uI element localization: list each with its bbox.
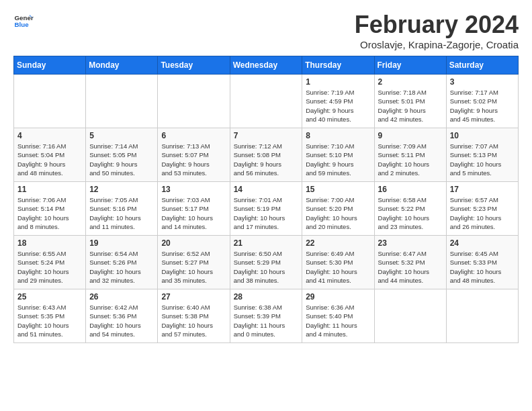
day-info: Sunrise: 7:12 AM Sunset: 5:08 PM Dayligh… [234,142,299,177]
day-number: 17 [450,185,515,194]
calendar-cell: 8Sunrise: 7:10 AM Sunset: 5:10 PM Daylig… [302,128,374,182]
day-info: Sunrise: 7:06 AM Sunset: 5:14 PM Dayligh… [17,195,82,231]
column-header-tuesday: Tuesday [158,56,230,75]
day-info: Sunrise: 7:09 AM Sunset: 5:11 PM Dayligh… [378,142,443,177]
calendar-cell: 5Sunrise: 7:14 AM Sunset: 5:05 PM Daylig… [86,128,158,182]
day-info: Sunrise: 7:19 AM Sunset: 4:59 PM Dayligh… [306,88,370,124]
column-header-wednesday: Wednesday [230,56,302,75]
calendar-cell: 10Sunrise: 7:07 AM Sunset: 5:13 PM Dayli… [446,128,518,182]
day-number: 7 [234,131,299,140]
calendar-cell: 23Sunrise: 6:47 AM Sunset: 5:32 PM Dayli… [374,236,446,289]
day-info: Sunrise: 6:50 AM Sunset: 5:29 PM Dayligh… [234,249,299,285]
title-section: February 2024 Oroslavje, Krapina-Zagorje… [355,11,519,50]
column-header-friday: Friday [374,56,446,75]
day-info: Sunrise: 7:10 AM Sunset: 5:10 PM Dayligh… [306,142,370,177]
day-number: 25 [17,292,82,302]
calendar-cell: 18Sunrise: 6:55 AM Sunset: 5:24 PM Dayli… [14,236,86,289]
day-number: 26 [89,292,154,302]
day-info: Sunrise: 6:43 AM Sunset: 5:35 PM Dayligh… [17,303,82,338]
day-number: 24 [450,238,515,248]
day-info: Sunrise: 7:01 AM Sunset: 5:19 PM Dayligh… [234,195,299,231]
calendar-cell: 14Sunrise: 7:01 AM Sunset: 5:19 PM Dayli… [230,182,302,236]
day-number: 8 [306,131,370,140]
calendar-cell [374,289,446,343]
calendar-cell: 20Sunrise: 6:52 AM Sunset: 5:27 PM Dayli… [158,236,230,289]
day-number: 13 [161,185,226,194]
calendar-cell: 26Sunrise: 6:42 AM Sunset: 5:36 PM Dayli… [86,289,158,343]
day-number: 11 [17,185,82,194]
calendar-cell: 16Sunrise: 6:58 AM Sunset: 5:22 PM Dayli… [374,182,446,236]
day-number: 2 [378,77,443,87]
calendar-cell: 19Sunrise: 6:54 AM Sunset: 5:26 PM Dayli… [86,236,158,289]
day-number: 6 [161,131,226,140]
calendar-cell [86,75,158,128]
calendar-cell: 29Sunrise: 6:36 AM Sunset: 5:40 PM Dayli… [302,289,374,343]
calendar-cell: 6Sunrise: 7:13 AM Sunset: 5:07 PM Daylig… [158,128,230,182]
day-number: 3 [450,77,515,87]
day-number: 23 [378,238,443,248]
calendar-week-3: 11Sunrise: 7:06 AM Sunset: 5:14 PM Dayli… [14,182,519,236]
calendar-cell: 22Sunrise: 6:49 AM Sunset: 5:30 PM Dayli… [302,236,374,289]
day-number: 1 [306,77,370,87]
calendar-cell: 1Sunrise: 7:19 AM Sunset: 4:59 PM Daylig… [302,75,374,128]
calendar-week-4: 18Sunrise: 6:55 AM Sunset: 5:24 PM Dayli… [14,236,519,289]
day-number: 14 [234,185,299,194]
day-number: 12 [89,185,154,194]
calendar-cell: 24Sunrise: 6:45 AM Sunset: 5:33 PM Dayli… [446,236,518,289]
day-info: Sunrise: 7:03 AM Sunset: 5:17 PM Dayligh… [161,195,226,231]
day-info: Sunrise: 6:52 AM Sunset: 5:27 PM Dayligh… [161,249,226,285]
day-info: Sunrise: 7:05 AM Sunset: 5:16 PM Dayligh… [89,195,154,231]
day-info: Sunrise: 6:42 AM Sunset: 5:36 PM Dayligh… [89,303,154,338]
day-number: 22 [306,238,370,248]
day-info: Sunrise: 7:17 AM Sunset: 5:02 PM Dayligh… [450,88,515,124]
day-info: Sunrise: 6:36 AM Sunset: 5:40 PM Dayligh… [306,303,370,338]
day-number: 10 [450,131,515,140]
column-header-thursday: Thursday [302,56,374,75]
day-info: Sunrise: 6:57 AM Sunset: 5:23 PM Dayligh… [450,195,515,231]
calendar-cell: 28Sunrise: 6:38 AM Sunset: 5:39 PM Dayli… [230,289,302,343]
calendar-cell [158,75,230,128]
day-info: Sunrise: 7:07 AM Sunset: 5:13 PM Dayligh… [450,142,515,177]
calendar-cell: 27Sunrise: 6:40 AM Sunset: 5:38 PM Dayli… [158,289,230,343]
page-header: General Blue February 2024 Oroslavje, Kr… [13,11,519,50]
day-info: Sunrise: 7:00 AM Sunset: 5:20 PM Dayligh… [306,195,370,231]
column-header-sunday: Sunday [14,56,86,75]
day-number: 19 [89,238,154,248]
calendar-cell: 4Sunrise: 7:16 AM Sunset: 5:04 PM Daylig… [14,128,86,182]
day-info: Sunrise: 6:55 AM Sunset: 5:24 PM Dayligh… [17,249,82,285]
day-number: 29 [306,292,370,302]
day-number: 9 [378,131,443,140]
calendar-cell: 11Sunrise: 7:06 AM Sunset: 5:14 PM Dayli… [14,182,86,236]
location-subtitle: Oroslavje, Krapina-Zagorje, Croatia [355,39,519,50]
calendar-cell: 21Sunrise: 6:50 AM Sunset: 5:29 PM Dayli… [230,236,302,289]
column-header-saturday: Saturday [446,56,518,75]
calendar-cell: 17Sunrise: 6:57 AM Sunset: 5:23 PM Dayli… [446,182,518,236]
calendar-cell: 25Sunrise: 6:43 AM Sunset: 5:35 PM Dayli… [14,289,86,343]
day-info: Sunrise: 6:54 AM Sunset: 5:26 PM Dayligh… [89,249,154,285]
day-number: 28 [234,292,299,302]
day-number: 21 [234,238,299,248]
month-title: February 2024 [355,11,519,39]
calendar-cell: 9Sunrise: 7:09 AM Sunset: 5:11 PM Daylig… [374,128,446,182]
calendar-cell: 2Sunrise: 7:18 AM Sunset: 5:01 PM Daylig… [374,75,446,128]
calendar-header-row: SundayMondayTuesdayWednesdayThursdayFrid… [14,56,519,75]
logo-icon: General Blue [13,11,34,31]
calendar-week-5: 25Sunrise: 6:43 AM Sunset: 5:35 PM Dayli… [14,289,519,343]
day-number: 5 [89,131,154,140]
day-info: Sunrise: 6:45 AM Sunset: 5:33 PM Dayligh… [450,249,515,285]
calendar-cell [230,75,302,128]
day-number: 18 [17,238,82,248]
svg-text:Blue: Blue [15,21,30,28]
day-info: Sunrise: 6:38 AM Sunset: 5:39 PM Dayligh… [234,303,299,338]
calendar-cell: 7Sunrise: 7:12 AM Sunset: 5:08 PM Daylig… [230,128,302,182]
calendar-cell: 15Sunrise: 7:00 AM Sunset: 5:20 PM Dayli… [302,182,374,236]
calendar-cell: 12Sunrise: 7:05 AM Sunset: 5:16 PM Dayli… [86,182,158,236]
column-header-monday: Monday [86,56,158,75]
day-info: Sunrise: 6:49 AM Sunset: 5:30 PM Dayligh… [306,249,370,285]
calendar-week-2: 4Sunrise: 7:16 AM Sunset: 5:04 PM Daylig… [14,128,519,182]
day-number: 15 [306,185,370,194]
svg-text:General: General [15,14,34,21]
day-info: Sunrise: 7:14 AM Sunset: 5:05 PM Dayligh… [89,142,154,177]
day-number: 4 [17,131,82,140]
day-number: 16 [378,185,443,194]
